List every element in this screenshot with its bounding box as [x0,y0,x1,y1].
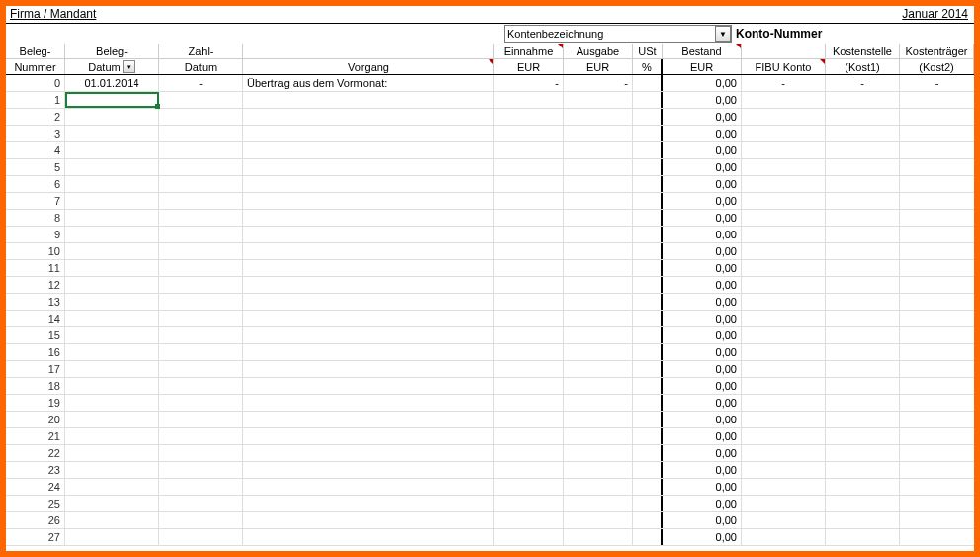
cell-ust[interactable] [633,311,663,326]
cell-beleg-datum[interactable] [65,92,159,108]
table-row[interactable]: 110,00 [6,260,974,277]
cell-kost1[interactable]: - [826,75,900,91]
cell-row-number[interactable]: 25 [6,496,65,511]
cell-kost2[interactable] [900,361,974,377]
cell-bestand[interactable]: 0,00 [663,512,742,528]
hdr-beleg-datum-2[interactable]: Datum▾ [65,59,159,74]
cell-row-number[interactable]: 16 [6,344,65,360]
cell-einnahme[interactable] [494,496,564,511]
cell-kost2[interactable] [900,210,974,226]
cell-row-number[interactable]: 7 [6,193,65,209]
cell-kost2[interactable] [900,92,974,108]
cell-bestand[interactable]: 0,00 [663,294,742,310]
cell-einnahme[interactable] [494,260,564,276]
cell-ust[interactable] [633,378,663,394]
cell-vorgang[interactable] [243,210,494,226]
cell-kost2[interactable] [900,412,974,427]
cell-kost1[interactable] [826,227,900,242]
cell-beleg-datum[interactable] [65,445,159,461]
cell-fibu[interactable] [742,311,826,326]
cell-fibu[interactable] [742,193,826,209]
cell-ust[interactable] [633,344,663,360]
cell-fibu[interactable] [742,327,826,343]
cell-beleg-datum[interactable] [65,412,159,427]
cell-einnahme[interactable] [494,361,564,377]
cell-zahl-datum[interactable] [159,311,243,326]
cell-bestand[interactable]: 0,00 [663,378,742,394]
cell-bestand[interactable]: 0,00 [663,92,742,108]
cell-beleg-datum[interactable] [65,479,159,495]
cell-zahl-datum[interactable] [159,445,243,461]
cell-beleg-datum[interactable]: 01.01.2014 [65,75,159,91]
cell-bestand[interactable]: 0,00 [663,479,742,495]
cell-beleg-datum[interactable] [65,159,159,175]
cell-kost2[interactable] [900,243,974,259]
cell-ust[interactable] [633,395,663,411]
chevron-down-icon[interactable]: ▼ [715,26,731,42]
cell-einnahme[interactable] [494,193,564,209]
cell-bestand[interactable]: 0,00 [663,126,742,141]
cell-vorgang[interactable] [243,529,494,545]
cell-ausgabe[interactable] [564,210,633,226]
cell-ust[interactable] [633,512,663,528]
cell-zahl-datum[interactable] [159,462,243,478]
cell-row-number[interactable]: 1 [6,92,65,108]
cell-fibu[interactable] [742,126,826,141]
cell-fibu[interactable] [742,395,826,411]
cell-row-number[interactable]: 15 [6,327,65,343]
cell-kost1[interactable] [826,496,900,511]
cell-einnahme[interactable] [494,445,564,461]
cell-vorgang[interactable]: Übertrag aus dem Vormonat: [243,75,494,91]
cell-ust[interactable] [633,277,663,293]
cell-einnahme[interactable] [494,210,564,226]
cell-ausgabe[interactable] [564,344,633,360]
cell-zahl-datum[interactable] [159,512,243,528]
cell-row-number[interactable]: 6 [6,176,65,192]
cell-beleg-datum[interactable] [65,428,159,444]
cell-ausgabe[interactable] [564,529,633,545]
cell-bestand[interactable]: 0,00 [663,412,742,427]
cell-bestand[interactable]: 0,00 [663,311,742,326]
cell-kost2[interactable] [900,109,974,125]
cell-beleg-datum[interactable] [65,361,159,377]
cell-ust[interactable] [633,294,663,310]
table-row[interactable]: 130,00 [6,294,974,311]
cell-row-number[interactable]: 24 [6,479,65,495]
cell-row-number[interactable]: 19 [6,395,65,411]
cell-ust[interactable] [633,92,663,108]
cell-fibu[interactable] [742,260,826,276]
cell-ust[interactable] [633,243,663,259]
table-row[interactable]: 10,00 [6,92,974,109]
cell-beleg-datum[interactable] [65,327,159,343]
table-row[interactable]: 001.01.2014-Übertrag aus dem Vormonat:--… [6,75,974,92]
cell-vorgang[interactable] [243,243,494,259]
cell-beleg-datum[interactable] [65,311,159,326]
cell-ausgabe[interactable] [564,126,633,141]
cell-vorgang[interactable] [243,311,494,326]
cell-fibu[interactable] [742,529,826,545]
cell-beleg-datum[interactable] [65,496,159,511]
cell-kost1[interactable] [826,243,900,259]
cell-row-number[interactable]: 26 [6,512,65,528]
cell-vorgang[interactable] [243,344,494,360]
cell-ausgabe[interactable] [564,243,633,259]
cell-kost2[interactable] [900,176,974,192]
cell-vorgang[interactable] [243,109,494,125]
cell-fibu[interactable] [742,92,826,108]
cell-beleg-datum[interactable] [65,243,159,259]
cell-beleg-datum[interactable] [65,142,159,158]
cell-einnahme[interactable] [494,344,564,360]
cell-beleg-datum[interactable] [65,210,159,226]
cell-bestand[interactable]: 0,00 [663,142,742,158]
cell-bestand[interactable]: 0,00 [663,529,742,545]
cell-fibu[interactable] [742,378,826,394]
cell-einnahme[interactable] [494,378,564,394]
table-row[interactable]: 270,00 [6,529,974,546]
cell-ausgabe[interactable] [564,327,633,343]
cell-vorgang[interactable] [243,327,494,343]
cell-ust[interactable] [633,412,663,427]
cell-kost2[interactable] [900,496,974,511]
cell-vorgang[interactable] [243,412,494,427]
cell-fibu[interactable] [742,210,826,226]
cell-bestand[interactable]: 0,00 [663,227,742,242]
